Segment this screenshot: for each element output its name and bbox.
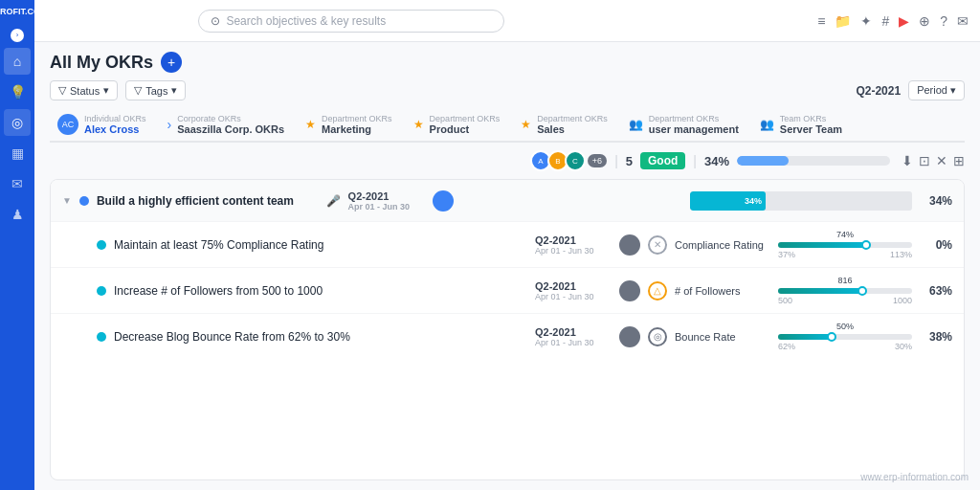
kr1-avatar xyxy=(619,234,640,256)
people-icon-um: 👥 xyxy=(629,118,643,131)
kr1-metric: Compliance Rating xyxy=(675,239,770,251)
kr2-track[interactable] xyxy=(778,288,912,294)
kr2-percent: 63% xyxy=(920,284,952,298)
objective-dot xyxy=(79,196,89,206)
filter-icon[interactable]: ≡ xyxy=(817,13,825,29)
filters-row: ▽ Status ▾ ▽ Tags ▾ Q2-2021 Period ▾ xyxy=(50,80,965,100)
tab-individual-okrs[interactable]: AC Individual OKRs Alex Cross xyxy=(50,108,160,143)
kr1-value-top: 74% xyxy=(778,230,912,239)
chevron-down-icon: ▾ xyxy=(171,84,177,97)
overall-progress-fill xyxy=(737,156,789,166)
kr3-period: Q2-2021 xyxy=(535,326,612,338)
objective-meta: Q2-2021 Apr 01 - Jun 30 xyxy=(348,190,425,212)
objective-progress-area: 34% xyxy=(690,191,912,211)
sidebar-icon-chat[interactable]: ✉ xyxy=(4,170,31,197)
tags-filter[interactable]: ▽ Tags ▾ xyxy=(125,80,186,100)
arrow-icon: › xyxy=(167,117,172,132)
people-icon-st: 👥 xyxy=(760,118,774,131)
tab-name-server-team: Server Team xyxy=(780,123,842,135)
kr1-status-icon: ✕ xyxy=(648,235,667,255)
search-placeholder: Search objectives & key results xyxy=(226,14,386,28)
kr3-min: 62% xyxy=(778,342,795,351)
kr1-dot xyxy=(97,240,106,250)
topbar-icons: ≡ 📁 ✦ # ▶ ⊕ ? ✉ xyxy=(817,13,969,29)
tab-label-dept-um: Department OKRs xyxy=(649,114,739,123)
sidebar-icon-calendar[interactable]: ▦ xyxy=(4,140,31,167)
mic-icon: 🎤 xyxy=(326,194,341,208)
kr3-value-top: 50% xyxy=(778,322,912,331)
period-button[interactable]: Period ▾ xyxy=(908,80,965,100)
okr-count: 5 xyxy=(626,154,633,168)
tag-icon: ▽ xyxy=(134,84,142,97)
star-icon-sales: ★ xyxy=(521,118,531,131)
network-icon[interactable]: ✦ xyxy=(860,13,872,29)
chat-icon[interactable]: ✉ xyxy=(957,13,969,29)
kr2-dot xyxy=(97,286,106,296)
kr2-status-icon: △ xyxy=(648,281,667,301)
layers-icon[interactable]: ⊕ xyxy=(919,13,930,29)
kr2-avatar xyxy=(619,280,640,301)
tab-name-um: user management xyxy=(649,123,739,135)
tab-name-saaszilla: Saaszilla Corp. OKRs xyxy=(177,123,284,135)
kr3-max: 30% xyxy=(895,342,912,351)
tab-label-dept-sales: Department OKRs xyxy=(537,114,608,123)
tab-name-sales: Sales xyxy=(537,123,608,135)
help-icon[interactable]: ? xyxy=(940,13,947,29)
kr-row-2: Increase # of Followers from 500 to 1000… xyxy=(51,268,964,314)
sidebar-icon-bulb[interactable]: 💡 xyxy=(4,78,31,105)
toolbar-actions: ⬇ ⊡ ✕ ⊞ xyxy=(902,153,965,168)
folder-icon[interactable]: 📁 xyxy=(835,13,851,29)
kr2-metric: # of Followers xyxy=(675,285,770,297)
kr2-value-top: 816 xyxy=(778,276,912,285)
grid-icon[interactable]: ⊞ xyxy=(953,153,965,168)
main-content: ⊙ Search objectives & key results ≡ 📁 ✦ … xyxy=(34,0,980,490)
monitor-icon[interactable]: ⊡ xyxy=(919,153,930,168)
tab-user-management[interactable]: 👥 Department OKRs user management xyxy=(621,108,752,141)
kr-row-1: Maintain at least 75% Compliance Rating … xyxy=(51,222,964,268)
status-filter[interactable]: ▽ Status ▾ xyxy=(50,80,118,100)
sidebar-icon-person[interactable]: ♟ xyxy=(4,201,31,228)
sidebar-icon-home[interactable]: ⌂ xyxy=(4,48,31,75)
tab-name-product: Product xyxy=(430,123,501,135)
kr3-meta: Q2-2021 Apr 01 - Jun 30 xyxy=(535,326,612,347)
star-icon-product: ★ xyxy=(413,118,424,131)
tab-sales[interactable]: ★ Department OKRs Sales xyxy=(513,108,621,141)
sidebar-icon-target[interactable]: ◎ xyxy=(4,109,31,136)
kr1-meta: Q2-2021 Apr 01 - Jun 30 xyxy=(535,234,612,256)
kr1-percent: 0% xyxy=(920,238,952,252)
chevron-down-icon: ▾ xyxy=(103,84,109,97)
sidebar: PROFIT.CO › ⌂ 💡 ◎ ▦ ✉ ♟ xyxy=(0,0,34,490)
tab-marketing[interactable]: ★ Department OKRs Marketing xyxy=(298,108,406,141)
kr2-slider: 816 500 1000 xyxy=(778,276,912,305)
kr1-track[interactable] xyxy=(778,242,912,248)
status-filter-label: Status xyxy=(70,85,100,97)
tab-server-team[interactable]: 👥 Team OKRs Server Team xyxy=(752,108,856,141)
add-okr-button[interactable]: + xyxy=(161,52,182,73)
overall-progress-bar xyxy=(737,156,890,166)
kr3-metric: Bounce Rate xyxy=(675,331,770,343)
kr3-track[interactable] xyxy=(778,334,912,340)
download-icon[interactable]: ⬇ xyxy=(902,153,913,168)
objective-dates: Apr 01 - Jun 30 xyxy=(348,202,425,212)
tab-corporate-okrs[interactable]: › Corporate OKRs Saaszilla Corp. OKRs xyxy=(160,108,299,141)
expand-icon[interactable]: ▼ xyxy=(62,195,72,206)
search-bar[interactable]: ⊙ Search objectives & key results xyxy=(198,10,504,33)
overall-percent: 34% xyxy=(704,154,729,168)
objective-progress-fill: 34% xyxy=(690,191,766,211)
kr2-max: 1000 xyxy=(893,296,912,305)
topbar: ⊙ Search objectives & key results ≡ 📁 ✦ … xyxy=(34,0,980,42)
avatar-3: C xyxy=(565,150,586,171)
avatar-extra[interactable]: +6 xyxy=(588,154,607,167)
kr3-percent: 38% xyxy=(920,330,952,344)
hash-icon[interactable]: # xyxy=(881,13,889,29)
tabs-row: AC Individual OKRs Alex Cross › Corporat… xyxy=(50,108,965,143)
close-icon[interactable]: ✕ xyxy=(936,153,947,168)
play-icon[interactable]: ▶ xyxy=(899,13,909,29)
tab-product[interactable]: ★ Department OKRs Product xyxy=(406,108,514,141)
kr3-fill xyxy=(778,334,832,340)
objective-period: Q2-2021 xyxy=(348,190,425,202)
kr1-thumb xyxy=(861,240,871,250)
page-title: All My OKRs xyxy=(50,53,153,73)
sidebar-toggle[interactable]: › xyxy=(11,29,24,42)
page-header: All My OKRs + xyxy=(50,52,965,73)
